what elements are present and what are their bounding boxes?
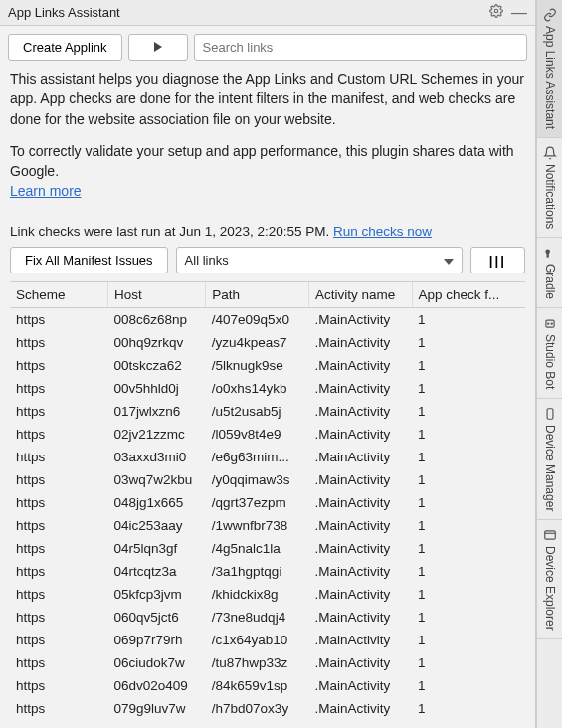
last-run-time: Jun 1, 2023, 2:20:55 PM (179, 224, 325, 239)
cell-host: 008c6z68np (107, 307, 205, 331)
cell-path: /84k659v1sp (206, 674, 309, 697)
elephant-icon (543, 246, 557, 260)
cell-scheme: https (10, 651, 107, 674)
cell-activity: .MainActivity (308, 446, 412, 468)
table-row[interactable]: https00tskcza62/5lknugk9se.MainActivity1 (10, 354, 525, 377)
cell-path: /tu87hwp33z (206, 651, 309, 674)
cell-activity: .MainActivity (308, 331, 412, 354)
table-row[interactable]: https06dv02o409/84k659v1sp.MainActivity1 (10, 674, 525, 697)
cell-path: /o0xhs14ykb (206, 377, 309, 400)
cell-activity: .MainActivity (308, 400, 412, 423)
columns-button[interactable]: ||| (470, 247, 525, 273)
description: This assistant helps you diagnose the Ap… (0, 69, 535, 224)
col-path[interactable]: Path (206, 282, 309, 308)
cell-host: 00tskcza62 (107, 354, 205, 377)
cell-check: 1 (412, 537, 525, 560)
cell-scheme: https (10, 331, 107, 354)
cell-host: 06ciudok7w (107, 651, 205, 674)
cell-path: /yzu4kpeas7 (206, 331, 309, 354)
table-row[interactable]: https069p7r79rh/c1x64yab10.MainActivity1 (10, 629, 525, 651)
side-tab-studio-bot[interactable]: Studio Bot (537, 308, 562, 398)
bell-icon (543, 146, 557, 160)
bot-icon (543, 316, 557, 330)
table-row[interactable]: https060qv5jct6/73ne8udqj4.MainActivity1 (10, 606, 525, 629)
table-row[interactable]: https079g9luv7w/h7bd07ox3y.MainActivity1 (10, 697, 525, 720)
learn-more-link[interactable]: Learn more (10, 183, 82, 199)
table-row[interactable]: https008c6z68np/407e09q5x0.MainActivity1 (10, 307, 525, 331)
col-scheme[interactable]: Scheme (10, 282, 107, 308)
cell-host: 069p7r79rh (107, 629, 205, 651)
explorer-icon (543, 528, 557, 542)
side-tab-device-explorer[interactable]: Device Explorer (537, 520, 562, 639)
cell-activity: .MainActivity (308, 674, 412, 697)
table-row[interactable]: https06ciudok7w/tu87hwp33z.MainActivity1 (10, 651, 525, 674)
search-input[interactable] (194, 34, 527, 61)
cell-check: 1 (412, 697, 525, 720)
table-row[interactable]: https017jwlxzn6/u5t2usab5j.MainActivity1 (10, 400, 525, 423)
last-run-prefix: Link checks were last run at (10, 224, 179, 239)
cell-scheme: https (10, 514, 107, 537)
cell-host: 02jv21zzmc (107, 423, 205, 446)
cell-host: 06dv02o409 (107, 674, 205, 697)
svg-point-7 (551, 323, 552, 324)
col-activity[interactable]: Activity name (308, 282, 412, 308)
table-row[interactable]: https02jv21zzmc/l059v8t4e9.MainActivity1 (10, 423, 525, 446)
link-icon (543, 8, 557, 22)
table-row[interactable]: https05kfcp3jvm/khidckix8g.MainActivity1 (10, 583, 525, 606)
cell-host: 079g9luv7w (107, 697, 205, 720)
minimize-icon[interactable]: — (511, 5, 527, 21)
svg-rect-8 (547, 409, 553, 420)
cell-activity: .MainActivity (308, 354, 412, 377)
cell-scheme: https (10, 629, 107, 651)
col-appcheck[interactable]: App check f... (412, 282, 525, 308)
side-tab-notifications[interactable]: Notifications (537, 138, 562, 238)
cell-check: 1 (412, 606, 525, 629)
cell-host: 048jg1x665 (107, 491, 205, 514)
cell-host: 05kfcp3jvm (107, 583, 205, 606)
controls-row: Fix All Manifest Issues All links ||| (0, 247, 535, 281)
cell-check: 1 (412, 468, 525, 491)
cell-host: 04ic253aay (107, 514, 205, 537)
toolbar: Create Applink (0, 26, 535, 69)
table-row[interactable]: https04r5lqn3gf/4g5nalc1la.MainActivity1 (10, 537, 525, 560)
create-applink-button[interactable]: Create Applink (8, 34, 122, 61)
side-tab-device-manager[interactable]: Device Manager (537, 399, 562, 520)
run-checks-link[interactable]: Run checks now (333, 224, 432, 239)
run-button[interactable] (128, 34, 188, 61)
table-row[interactable]: https04rtcqtz3a/3a1hgptqgi.MainActivity1 (10, 560, 525, 583)
cell-host: 04rtcqtz3a (107, 560, 205, 583)
cell-scheme: https (10, 560, 107, 583)
cell-scheme: https (10, 491, 107, 514)
table-row[interactable]: https03wq7w2kbu/y0qqimaw3s.MainActivity1 (10, 468, 525, 491)
cell-scheme: https (10, 583, 107, 606)
cell-scheme: https (10, 537, 107, 560)
cell-host: 060qv5jct6 (107, 606, 205, 629)
cell-check: 1 (412, 331, 525, 354)
svg-rect-4 (546, 253, 548, 258)
table-row[interactable]: https048jg1x665/qgrt37ezpm.MainActivity1 (10, 491, 525, 514)
table-row[interactable]: https00v5hhld0j/o0xhs14ykb.MainActivity1 (10, 377, 525, 400)
cell-host: 03axxd3mi0 (107, 446, 205, 468)
cell-activity: .MainActivity (308, 629, 412, 651)
cell-scheme: https (10, 606, 107, 629)
table-row[interactable]: https04ic253aay/1wwnfbr738.MainActivity1 (10, 514, 525, 537)
cell-path: /c1x64yab10 (206, 629, 309, 651)
gear-icon[interactable] (489, 4, 503, 21)
table-row[interactable]: https00hq9zrkqv/yzu4kpeas7.MainActivity1 (10, 331, 525, 354)
fix-manifest-button[interactable]: Fix All Manifest Issues (10, 247, 168, 273)
svg-point-0 (494, 9, 498, 13)
cell-check: 1 (412, 560, 525, 583)
filter-dropdown[interactable]: All links (176, 247, 463, 273)
side-tab-app-links[interactable]: App Links Assistant (537, 0, 562, 138)
table-row[interactable]: https03axxd3mi0/e6g63mim....MainActivity… (10, 446, 525, 468)
links-table-wrap[interactable]: Scheme Host Path Activity name App check… (10, 281, 525, 724)
cell-path: /4g5nalc1la (206, 537, 309, 560)
right-sidebar: App Links Assistant Notifications Gradle… (536, 0, 562, 728)
cell-path: /e6g63mim... (206, 446, 309, 468)
cell-activity: .MainActivity (308, 307, 412, 331)
col-host[interactable]: Host (107, 282, 205, 308)
panel-header: App Links Assistant — (0, 0, 535, 26)
side-tab-gradle[interactable]: Gradle (537, 238, 562, 308)
cell-path: /73ne8udqj4 (206, 606, 309, 629)
links-table: Scheme Host Path Activity name App check… (10, 282, 525, 720)
